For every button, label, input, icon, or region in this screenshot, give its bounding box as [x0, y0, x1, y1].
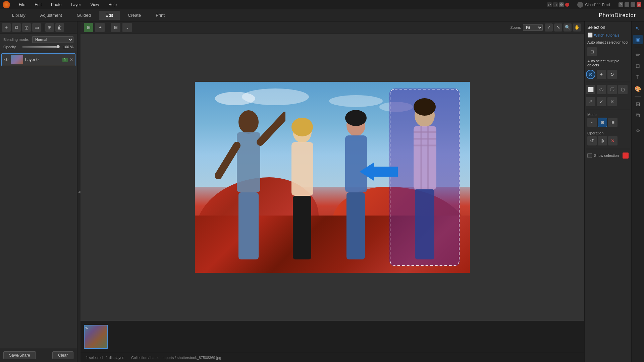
- select-tool-icon[interactable]: ▣: [633, 35, 643, 44]
- blend-mode-label: Blending mode:: [3, 38, 30, 42]
- add-layer-btn[interactable]: ＋: [2, 23, 11, 32]
- rect-select-btn[interactable]: ⬜: [586, 85, 595, 94]
- strip-sep2: [635, 96, 641, 97]
- tab-guided[interactable]: Guided: [70, 11, 98, 20]
- mode-replace-btn[interactable]: ▪: [587, 118, 597, 127]
- lasso-select-btn[interactable]: 〇: [607, 85, 617, 94]
- strip-sep3: [635, 123, 641, 123]
- pen-tool-icon[interactable]: ✏: [633, 50, 643, 59]
- mode-subtract-btn[interactable]: ⊟: [608, 118, 618, 127]
- layer-name: Layer 0: [25, 57, 60, 62]
- layer-fx-badge[interactable]: fx: [62, 58, 68, 62]
- rect-layer-btn[interactable]: ▭: [32, 23, 41, 32]
- show-selection-checkbox[interactable]: [587, 153, 592, 158]
- close-btn[interactable]: ✕: [637, 2, 641, 7]
- toolbar-sep: [43, 24, 43, 31]
- auto-multiple-label: Auto select multiple objects: [586, 58, 630, 68]
- strip-sep1: [635, 47, 641, 47]
- left-bottom-bar: Save/Share Clear: [0, 348, 77, 362]
- export-btn2[interactable]: ⤡: [554, 23, 562, 32]
- expand-btn[interactable]: ⌄: [122, 23, 132, 32]
- layout-btn[interactable]: ⊞: [111, 23, 120, 32]
- tab-print[interactable]: Print: [149, 11, 171, 20]
- save-share-btn[interactable]: Save/Share: [3, 351, 36, 359]
- photo-canvas[interactable]: [80, 34, 584, 321]
- redo-btn[interactable]: ↪: [553, 2, 558, 7]
- settings-tool-icon[interactable]: ⚙: [633, 126, 643, 135]
- rotate-cw-btn[interactable]: ↻: [607, 70, 617, 79]
- mode-add-btn[interactable]: ⊞: [598, 118, 607, 127]
- rect-tool-icon[interactable]: □: [633, 61, 643, 71]
- menu-view[interactable]: View: [88, 2, 101, 8]
- selection-count: 1 selected · 1 displayed: [86, 356, 124, 360]
- duplicate-layer-btn[interactable]: ⧉: [12, 23, 21, 32]
- point-remove-btn[interactable]: ↙: [597, 97, 606, 106]
- layer-visibility-toggle[interactable]: 👁: [4, 57, 9, 62]
- selection-color-swatch[interactable]: [623, 153, 629, 159]
- layers-tool-icon[interactable]: ⧉: [633, 111, 643, 120]
- blend-mode-select[interactable]: Normal: [32, 36, 73, 43]
- menu-edit[interactable]: Edit: [33, 2, 44, 8]
- menu-photo[interactable]: Photo: [49, 2, 63, 8]
- tab-library[interactable]: Library: [5, 11, 32, 20]
- menu-help[interactable]: Help: [106, 2, 119, 8]
- tab-create[interactable]: Create: [121, 11, 148, 20]
- maximize-btn[interactable]: □: [631, 2, 635, 7]
- cursor-tool-icon[interactable]: ↖: [633, 23, 643, 33]
- opacity-slider[interactable]: [22, 46, 60, 48]
- delete-btn[interactable]: 🗑: [55, 23, 64, 32]
- left-panel-collapse[interactable]: ◀: [77, 21, 80, 362]
- text-tool-icon[interactable]: T: [633, 73, 643, 82]
- right-panel: Selection ⬜ Watch Tutorials Auto object …: [584, 21, 631, 362]
- user-info: Cloud111 Prod: [577, 2, 610, 8]
- paint-tool-icon[interactable]: 🎨: [633, 84, 643, 94]
- arrow-head-icon: [360, 162, 374, 181]
- selection-transform-btn[interactable]: ⊞: [84, 23, 93, 32]
- clear-btn[interactable]: Clear: [52, 351, 73, 359]
- watch-tutorials-btn[interactable]: ⬜ Watch Tutorials: [586, 32, 621, 38]
- grid-tool-icon[interactable]: ⊞: [633, 99, 643, 109]
- svg-rect-9: [293, 196, 311, 259]
- magic-wand-btn[interactable]: ✦: [95, 23, 105, 32]
- point-x-btn[interactable]: ✕: [607, 97, 617, 106]
- poly-lasso-btn[interactable]: ⬠: [618, 85, 628, 94]
- tab-adjustment[interactable]: Adjustment: [34, 11, 69, 20]
- refine-btn[interactable]: ✦: [597, 70, 606, 79]
- zoom-label: Zoom:: [511, 25, 521, 29]
- arrow-body: [374, 167, 398, 177]
- svg-point-0: [238, 110, 259, 134]
- menu-layer[interactable]: Layer: [69, 2, 83, 8]
- op3-btn[interactable]: ✕: [608, 136, 618, 145]
- status-bar: 1 selected · 1 displayed Collection / La…: [80, 353, 584, 362]
- zoom-select[interactable]: Fit 25% 50% 100%: [523, 24, 543, 31]
- svg-rect-8: [291, 142, 313, 196]
- filter-btn[interactable]: ⊞: [45, 23, 54, 32]
- op2-btn[interactable]: ⊕: [598, 136, 607, 145]
- layer-close-btn[interactable]: ✕: [70, 57, 73, 62]
- ellipse-select-btn[interactable]: ⬭: [597, 85, 606, 94]
- help-btn[interactable]: ?: [619, 2, 623, 7]
- undo-btn[interactable]: ↩: [547, 2, 552, 7]
- save-btn[interactable]: [565, 3, 569, 7]
- hand-tool-btn[interactable]: ✋: [573, 23, 581, 32]
- auto-object-label: Auto object selection tool: [586, 40, 630, 45]
- selection-shape-row2: ↗ ↙ ✕: [586, 96, 630, 107]
- record-btn[interactable]: ⚙: [559, 2, 564, 7]
- op1-btn[interactable]: ↺: [587, 136, 597, 145]
- blend-row: Blending mode: Normal: [3, 36, 73, 43]
- auto-object-btn[interactable]: ⊡: [587, 47, 597, 56]
- minimize-btn[interactable]: –: [625, 2, 629, 7]
- divider2: [586, 109, 630, 109]
- auto-multi-select-btn[interactable]: ⊙: [586, 70, 595, 79]
- opacity-handle[interactable]: [56, 45, 60, 48]
- layer-item[interactable]: 👁 Layer 0 fx ✕: [1, 53, 75, 66]
- nav-tabs: Library Adjustment Guided Edit Create Pr…: [0, 9, 644, 21]
- filmstrip-thumb[interactable]: ✎: [84, 325, 108, 349]
- point-add-btn[interactable]: ↗: [586, 97, 595, 106]
- user-name: Cloud111 Prod: [585, 3, 610, 7]
- menu-file[interactable]: File: [17, 2, 27, 8]
- export-btn1[interactable]: ⤢: [545, 23, 553, 32]
- tab-edit[interactable]: Edit: [99, 11, 120, 20]
- circle-layer-btn[interactable]: ◎: [22, 23, 31, 32]
- zoom-in-btn[interactable]: 🔍: [564, 23, 572, 32]
